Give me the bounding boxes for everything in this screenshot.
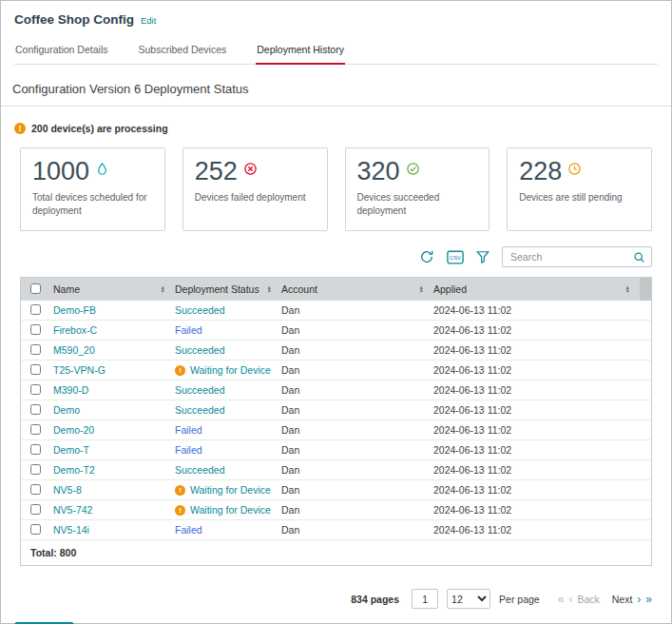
device-name-link[interactable]: M590_20 (53, 344, 175, 356)
table-row: Demo-TFailedDan2024-06-13 11:02 (21, 440, 651, 460)
status-text: Waiting for Device (190, 504, 271, 516)
status-text: Failed (175, 324, 202, 336)
stat-failed-value: 252 (195, 158, 238, 185)
applied-cell: 2024-06-13 11:02 (433, 424, 640, 436)
row-checkbox-cell (21, 404, 53, 417)
export-csv-icon[interactable]: CSV (447, 250, 464, 264)
row-checkbox[interactable] (30, 344, 41, 355)
status-text: Failed (175, 524, 202, 536)
pager-next-link[interactable]: Next (612, 594, 633, 605)
waiting-warning-icon: ! (175, 365, 185, 376)
sort-icon[interactable]: ▲▼ (419, 285, 424, 293)
deployment-status-cell: Succeeded (175, 344, 281, 356)
row-checkbox-cell (21, 344, 53, 357)
status-text: Succeeded (175, 344, 225, 356)
account-cell: Dan (281, 524, 433, 536)
failed-circle-icon (243, 162, 258, 180)
account-cell: Dan (281, 324, 433, 336)
filter-icon[interactable] (476, 250, 490, 263)
row-checkbox[interactable] (30, 504, 41, 515)
column-header-applied[interactable]: Applied ▲▼ (433, 278, 640, 301)
device-name-link[interactable]: Demo (53, 404, 175, 416)
svg-text:CSV: CSV (450, 255, 461, 261)
deployment-table: Name ▲▼ Deployment Status ▲▼ Account ▲▼ … (20, 277, 652, 566)
column-header-account[interactable]: Account ▲▼ (281, 278, 433, 301)
search-input[interactable] (502, 246, 652, 267)
device-name-link[interactable]: M390-D (53, 384, 175, 396)
applied-cell: 2024-06-13 11:02 (433, 484, 640, 496)
deployment-status-cell: Failed (175, 444, 281, 456)
row-checkbox[interactable] (30, 464, 41, 475)
row-checkbox-cell (21, 464, 53, 477)
account-cell: Dan (281, 444, 433, 456)
applied-cell: 2024-06-13 11:02 (433, 504, 640, 516)
row-checkbox-cell (21, 324, 53, 337)
row-checkbox[interactable] (30, 304, 41, 315)
tab-bar: Configuration Details Subscribed Devices… (14, 40, 658, 65)
stat-total-label: Total devices scheduled for deployment (32, 191, 153, 217)
device-name-link[interactable]: Firebox-C (53, 324, 175, 336)
row-checkbox-cell (21, 364, 53, 377)
status-text: Failed (175, 444, 202, 456)
table-row: M590_20SucceededDan2024-06-13 11:02 (21, 341, 651, 361)
stat-failed-label: Devices failed deployment (195, 191, 316, 205)
sort-icon[interactable]: ▲▼ (161, 285, 165, 293)
row-checkbox[interactable] (30, 524, 41, 535)
page-number-input[interactable] (412, 589, 438, 609)
table-row: T25-VPN-G!Waiting for DeviceDan2024-06-1… (21, 361, 651, 380)
app-window: Coffee Shop Config Edit Configuration De… (0, 0, 672, 624)
applied-cell: 2024-06-13 11:02 (433, 464, 640, 476)
search-icon[interactable] (633, 250, 645, 267)
row-checkbox[interactable] (30, 424, 41, 435)
deployment-status-cell: Failed (175, 424, 281, 436)
device-name-link[interactable]: NV5-742 (53, 504, 175, 516)
tab-configuration-details[interactable]: Configuration Details (14, 40, 108, 64)
next-page-icon[interactable]: › (637, 593, 641, 606)
row-checkbox[interactable] (30, 484, 41, 495)
device-name-link[interactable]: Demo-FB (53, 304, 175, 316)
alert-warning-icon: ! (14, 123, 26, 134)
device-name-link[interactable]: T25-VPN-G (53, 364, 175, 376)
per-page-select[interactable]: 12 (447, 589, 490, 609)
row-checkbox[interactable] (30, 364, 41, 375)
account-cell: Dan (281, 384, 433, 396)
status-text: Succeeded (175, 384, 225, 396)
account-cell: Dan (281, 304, 433, 316)
select-all-checkbox[interactable] (30, 283, 41, 294)
sort-icon[interactable]: ▲▼ (267, 285, 272, 293)
droplet-icon (95, 162, 109, 180)
first-page-icon[interactable]: « (558, 593, 565, 606)
device-name-link[interactable]: Demo-T (53, 444, 175, 456)
column-header-name[interactable]: Name ▲▼ (53, 278, 175, 301)
tab-deployment-history[interactable]: Deployment History (256, 40, 345, 64)
pager-back-link[interactable]: Back (577, 594, 599, 605)
tab-subscribed-devices[interactable]: Subscribed Devices (137, 40, 227, 64)
column-header-deployment-status[interactable]: Deployment Status ▲▼ (175, 278, 281, 301)
row-checkbox[interactable] (30, 404, 41, 415)
table-body: Demo-FBSucceededDan2024-06-13 11:02Fireb… (21, 301, 651, 540)
row-checkbox-cell (21, 444, 53, 457)
edit-link[interactable]: Edit (141, 15, 156, 26)
row-checkbox[interactable] (30, 324, 41, 335)
per-page-label: Per page (499, 594, 540, 605)
device-name-link[interactable]: Demo-T2 (53, 464, 175, 476)
status-text: Succeeded (175, 404, 225, 416)
device-name-link[interactable]: Demo-20 (53, 424, 175, 436)
table-row: Demo-T2SucceededDan2024-06-13 11:02 (21, 460, 651, 480)
previous-page-icon[interactable]: ‹ (568, 593, 572, 606)
section-title: Configuration Version 6 Deployment Statu… (12, 82, 249, 96)
last-page-icon[interactable]: » (645, 593, 652, 606)
pages-count-label: 834 pages (351, 594, 399, 605)
row-checkbox[interactable] (30, 384, 41, 395)
scrollbar-gutter (640, 278, 651, 301)
row-checkbox[interactable] (30, 444, 41, 455)
refresh-icon[interactable] (419, 249, 434, 264)
sort-icon[interactable]: ▲▼ (625, 285, 630, 293)
device-name-link[interactable]: NV5-8 (53, 484, 175, 496)
device-name-link[interactable]: NV5-14i (53, 524, 175, 536)
account-cell: Dan (281, 504, 433, 516)
table-row: Demo-20FailedDan2024-06-13 11:02 (21, 420, 651, 440)
stat-succeeded-value: 320 (357, 158, 400, 185)
deployment-status-cell: Succeeded (175, 384, 281, 396)
account-cell: Dan (281, 344, 433, 356)
